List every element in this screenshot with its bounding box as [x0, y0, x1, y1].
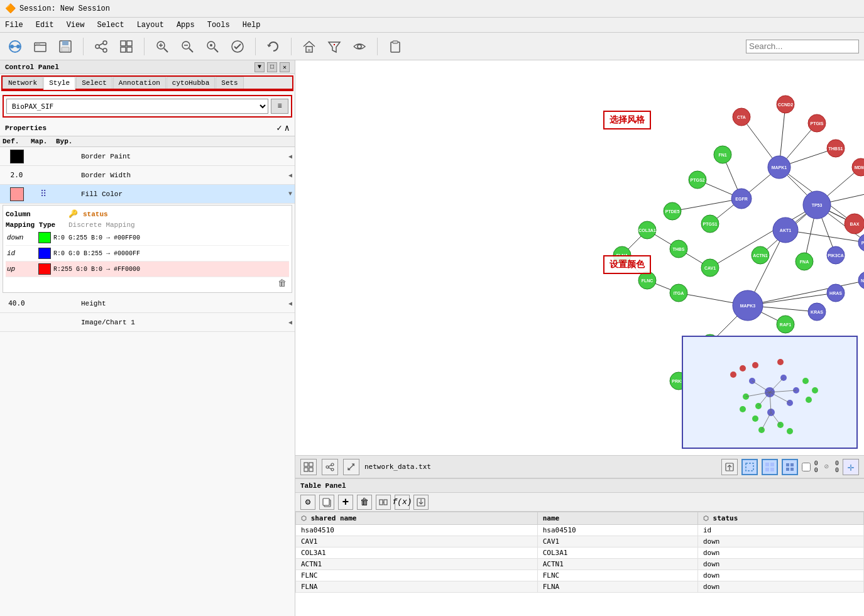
svg-rect-128 — [790, 468, 794, 471]
menu-file[interactable]: File — [3, 19, 26, 31]
discrete-color-id[interactable] — [38, 248, 51, 259]
fill-color-dropdown[interactable]: ▼ — [288, 190, 292, 197]
net-grid-btn[interactable] — [300, 459, 317, 475]
svg-rect-127 — [786, 468, 789, 471]
svg-rect-120 — [746, 463, 753, 471]
tab-select[interactable]: Select — [76, 77, 112, 89]
eye-button[interactable] — [349, 36, 369, 57]
menu-view[interactable]: View — [64, 19, 87, 31]
cell-name: ACTN1 — [537, 559, 697, 570]
tbl-export-tbl-btn[interactable] — [413, 495, 429, 510]
border-width-def[interactable]: 2.0 — [3, 171, 31, 179]
table-row[interactable]: COL3A1COL3A1down — [296, 547, 864, 559]
svg-point-89 — [812, 387, 818, 393]
style-dropdown[interactable]: BioPAX_SIF default BioPAX — [6, 99, 268, 114]
table-row[interactable]: FLNCFLNCdown — [296, 570, 864, 581]
check-button[interactable] — [227, 36, 248, 57]
props-expand-btn[interactable]: ∧ — [285, 123, 290, 133]
svg-rect-130 — [323, 498, 329, 505]
col-headers: Def. Map. Byp. — [0, 136, 295, 147]
menu-edit[interactable]: Edit — [33, 19, 57, 31]
refresh-button[interactable] — [263, 36, 283, 57]
cp-restore-btn[interactable]: □ — [267, 62, 277, 72]
node-label: KRAS — [811, 310, 823, 314]
zoom-in-button[interactable] — [152, 36, 172, 57]
menu-select[interactable]: Select — [94, 19, 126, 31]
height-arrow[interactable]: ◀ — [288, 300, 292, 307]
height-def[interactable]: 40.0 — [3, 299, 31, 307]
cp-minimize-btn[interactable]: ▼ — [254, 62, 265, 72]
col-header-name[interactable]: name — [537, 512, 697, 525]
node-label: RAF1 — [780, 322, 791, 327]
node-label: THBS1 — [829, 146, 843, 151]
style-menu-button[interactable]: ≡ — [271, 99, 288, 114]
tab-style[interactable]: Style — [43, 77, 75, 90]
net-pattern-btn[interactable] — [762, 459, 778, 475]
menu-apps[interactable]: Apps — [174, 19, 197, 31]
network-button[interactable] — [5, 36, 25, 57]
net-checkbox[interactable] — [802, 463, 811, 471]
props-collapse-btn[interactable]: ✓ — [276, 123, 282, 133]
menu-layout[interactable]: Layout — [134, 19, 167, 31]
net-share-btn[interactable] — [322, 459, 338, 475]
tbl-copy-btn[interactable] — [319, 495, 334, 510]
discrete-color-up[interactable] — [38, 263, 51, 275]
network-canvas[interactable]: CTACCND2PTGISTHBS1MAPK1EGFRPTGS1PTDE5PTG… — [295, 60, 864, 455]
fill-color-map[interactable]: ⠿ — [31, 189, 56, 199]
svg-point-112 — [326, 466, 329, 468]
home-button[interactable] — [299, 36, 319, 57]
share-button[interactable] — [91, 36, 111, 57]
menu-help[interactable]: Help — [240, 19, 263, 31]
border-width-arrow[interactable]: ◀ — [288, 172, 292, 179]
discrete-color-down[interactable] — [38, 232, 51, 243]
cp-close-btn[interactable]: ✕ — [280, 62, 290, 72]
coords-display: 0 0 — [814, 460, 818, 474]
col-header-status[interactable]: ⬡ status — [697, 512, 863, 525]
fill-color-def[interactable] — [3, 187, 31, 201]
filter-button[interactable] — [324, 36, 344, 57]
net-expand-btn[interactable] — [343, 459, 359, 475]
table-row[interactable]: CAV1CAV1down — [296, 536, 864, 547]
clipboard-button[interactable] — [385, 36, 405, 57]
open-button[interactable] — [30, 36, 50, 57]
zoom-out-button[interactable] — [177, 36, 197, 57]
delete-row: 🗑 — [6, 277, 289, 290]
net-export-btn[interactable] — [721, 459, 738, 475]
tbl-delete-btn[interactable]: 🗑 — [357, 495, 372, 510]
svg-rect-109 — [309, 463, 313, 466]
props-title: Properties — [5, 124, 276, 132]
table-row[interactable]: ACTN1ACTN1down — [296, 559, 864, 570]
coords2-display: 0 0 — [835, 460, 839, 474]
tab-annotation[interactable]: Annotation — [113, 77, 166, 89]
mapping-column-value[interactable]: status — [83, 211, 108, 218]
toolbar-sep-4 — [291, 38, 292, 55]
tab-network[interactable]: Network — [3, 77, 43, 89]
save-button[interactable] — [55, 36, 75, 57]
search-input[interactable] — [746, 40, 859, 53]
table-content: ⬡ shared name name ⬡ status hsa04510hsa0… — [295, 512, 864, 616]
mini-map[interactable] — [682, 336, 858, 449]
tab-sets[interactable]: Sets — [216, 77, 243, 89]
net-grid2-btn[interactable] — [782, 459, 798, 475]
tbl-settings-btn[interactable]: ⚙ — [300, 495, 315, 510]
menu-tools[interactable]: Tools — [205, 19, 232, 31]
delete-button[interactable]: 🗑 — [278, 278, 287, 289]
tab-cytohubba[interactable]: cytoHubba — [167, 77, 215, 89]
net-select-btn[interactable] — [741, 459, 758, 475]
table-row[interactable]: hsa04510hsa04510id — [296, 525, 864, 536]
svg-point-9 — [96, 45, 99, 48]
tbl-add-btn[interactable]: + — [338, 495, 353, 510]
border-paint-def[interactable] — [3, 150, 31, 163]
grid-button[interactable] — [116, 36, 136, 57]
zoom-fit-button[interactable] — [202, 36, 222, 57]
node-label: COL3A1 — [638, 228, 656, 233]
svg-rect-15 — [127, 41, 132, 46]
net-move-btn[interactable]: ✛ — [843, 459, 859, 475]
table-row[interactable]: FLNAFLNAdown — [296, 581, 864, 593]
image-chart-arrow[interactable]: ◀ — [288, 319, 292, 326]
tbl-merge-btn[interactable] — [376, 495, 391, 510]
border-paint-arrow[interactable]: ◀ — [288, 153, 292, 160]
tbl-function-btn[interactable]: f(x) — [395, 495, 410, 510]
prop-image-chart: Image/Chart 1 ◀ — [0, 313, 295, 332]
col-header-shared-name[interactable]: ⬡ shared name — [296, 512, 538, 525]
